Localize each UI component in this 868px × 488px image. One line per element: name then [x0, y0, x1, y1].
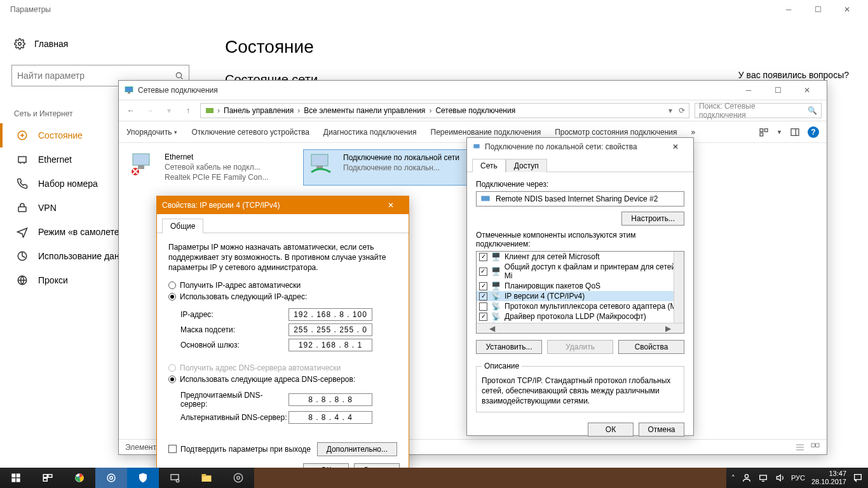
view-options-icon[interactable]	[759, 127, 769, 137]
component-item[interactable]: 🖥️Клиент для сетей Microsoft	[477, 252, 684, 262]
ok-button[interactable]: ОК	[588, 423, 634, 437]
component-item[interactable]: 🖥️Планировщик пакетов QoS	[477, 281, 684, 291]
scrollbar-horizontal[interactable]: ◀ ▶	[477, 323, 684, 333]
gear-icon	[14, 38, 25, 50]
diagnose-button[interactable]: Диагностика подключения	[323, 128, 417, 137]
view-icons-icon[interactable]	[810, 442, 820, 452]
connection-status: Сетевой кабель не подкл...	[165, 162, 268, 172]
radio-static-dns[interactable]: Использовать следующие адреса DNS-сервер…	[168, 375, 397, 384]
view-details-icon[interactable]	[795, 442, 805, 452]
settings-task-button[interactable]	[95, 468, 127, 488]
minimize-button[interactable]: ─	[774, 0, 803, 19]
breadcrumb[interactable]: Панель управления Все элементы панели уп…	[200, 103, 689, 118]
help-icon[interactable]: ?	[808, 126, 819, 138]
tray-up-icon[interactable]: ˄	[731, 474, 735, 482]
tray-network-icon[interactable]	[758, 473, 768, 483]
component-item[interactable]: 📡IP версии 4 (TCP/IPv4)	[477, 291, 684, 301]
gear-task-button[interactable]	[222, 468, 254, 488]
disable-device-button[interactable]: Отключение сетевого устройства	[191, 128, 309, 137]
configure-button[interactable]: Настроить...	[621, 212, 684, 226]
checkbox-icon[interactable]	[479, 292, 487, 301]
tray-clock[interactable]: 13:47 28.10.2017	[811, 470, 846, 485]
subnet-mask-input[interactable]: 255 . 255 . 255 . 0	[288, 323, 372, 336]
tab-access[interactable]: Доступ	[506, 159, 547, 172]
components-list[interactable]: 🖥️Клиент для сетей Microsoft 🖥️Общий дос…	[476, 251, 684, 334]
chrome-button[interactable]	[64, 468, 95, 488]
conn-titlebar[interactable]: Подключение по локальной сети: свойства …	[467, 138, 693, 156]
help-link[interactable]: У вас появились вопросы?	[738, 70, 849, 80]
taskbar: ˄ РУС 13:47 28.10.2017	[0, 468, 868, 488]
close-button[interactable]: ✕	[663, 142, 688, 151]
back-button[interactable]: ←	[124, 104, 138, 118]
organize-button[interactable]: Упорядочить	[126, 128, 177, 137]
crumb[interactable]: Сетевые подключения	[434, 106, 517, 115]
ip-address-input[interactable]: 192 . 168 . 8 . 100	[288, 308, 372, 321]
connection-ethernet[interactable]: Ethernet Сетевой кабель не подкл... Real…	[125, 149, 290, 186]
tray-language[interactable]: РУС	[791, 474, 805, 482]
properties-button[interactable]: Свойства	[618, 340, 684, 354]
close-button[interactable]: ✕	[378, 201, 403, 210]
search-icon: 🔍	[808, 106, 817, 115]
security-task-button[interactable]	[127, 468, 159, 488]
svg-rect-28	[48, 475, 52, 478]
checkbox-icon[interactable]	[479, 302, 487, 311]
search-placeholder: Поиск: Сетевые подключения	[699, 102, 804, 119]
close-button[interactable]: ✕	[792, 81, 822, 100]
search-field[interactable]	[17, 71, 175, 81]
view-status-button[interactable]: Просмотр состояния подключения	[555, 128, 677, 137]
tray-people-icon[interactable]	[742, 473, 752, 483]
refresh-icon[interactable]: ⟳	[679, 106, 685, 115]
tray-notifications-icon[interactable]	[853, 473, 863, 483]
alternate-dns-input[interactable]: 8 . 8 . 4 . 4	[288, 411, 372, 424]
checkbox-icon[interactable]	[479, 253, 487, 261]
explorer-search[interactable]: Поиск: Сетевые подключения 🔍	[695, 103, 822, 118]
checkbox-icon[interactable]	[479, 282, 487, 290]
cancel-button[interactable]: Отмена	[639, 423, 684, 437]
home-nav[interactable]: Главная	[0, 32, 203, 56]
start-button[interactable]	[0, 468, 32, 488]
component-item[interactable]: 📡Драйвер протокола LLDP (Майкрософт)	[477, 311, 684, 322]
ipv4-titlebar[interactable]: Свойства: IP версии 4 (TCP/IPv4) ✕	[157, 196, 409, 214]
install-button[interactable]: Установить...	[476, 340, 542, 354]
dropdown-icon[interactable]: ▾	[668, 106, 672, 115]
close-button[interactable]: ✕	[832, 0, 862, 19]
advanced-button[interactable]: Дополнительно...	[317, 442, 397, 456]
recent-button[interactable]: ▾	[162, 104, 176, 118]
scroll-right-icon[interactable]: ▶	[663, 324, 674, 333]
crumb[interactable]: Панель управления	[222, 106, 295, 115]
radio-label: Получить IP-адрес автоматически	[180, 281, 301, 290]
component-item[interactable]: 🖥️Общий доступ к файлам и принтерам для …	[477, 262, 684, 281]
taskview-button[interactable]	[32, 468, 64, 488]
network-settings-task-button[interactable]	[159, 468, 191, 488]
validate-checkbox[interactable]: Подтвердить параметры при выходе	[168, 445, 311, 454]
preview-pane-icon[interactable]	[790, 127, 800, 137]
connection-local[interactable]: Подключение по локальной сети Подключени…	[303, 149, 468, 186]
explorer-task-button[interactable]	[191, 468, 222, 488]
scrollbar-vertical[interactable]	[674, 252, 684, 323]
svg-rect-20	[816, 444, 819, 447]
tray-volume-icon[interactable]	[775, 473, 785, 483]
forward-button[interactable]: →	[143, 104, 157, 118]
maximize-button[interactable]: ☐	[763, 81, 792, 100]
tab-general[interactable]: Общие	[162, 219, 203, 233]
preferred-dns-input[interactable]: 8 . 8 . 8 . 8	[288, 393, 372, 406]
component-item[interactable]: 📡Протокол мультиплексора сетевого адапте…	[477, 301, 684, 311]
up-button[interactable]: ↑	[181, 104, 195, 118]
overflow-button[interactable]: »	[691, 128, 696, 137]
vpn-icon	[17, 202, 28, 214]
checkbox-icon[interactable]	[479, 268, 487, 276]
minimize-button[interactable]: ─	[734, 81, 763, 100]
crumb[interactable]: Все элементы панели управления	[302, 106, 426, 115]
gateway-input[interactable]: 192 . 168 . 8 . 1	[288, 339, 372, 351]
rename-button[interactable]: Переименование подключения	[431, 128, 541, 137]
search-icon	[175, 71, 184, 80]
chevron-down-icon[interactable]: ▼	[776, 129, 782, 135]
radio-static-ip[interactable]: Использовать следующий IP-адрес:	[168, 292, 397, 301]
radio-auto-ip[interactable]: Получить IP-адрес автоматически	[168, 281, 397, 290]
protocol-icon: 📡	[491, 302, 501, 311]
maximize-button[interactable]: ☐	[803, 0, 832, 19]
tray-date: 28.10.2017	[811, 478, 846, 486]
scroll-left-icon[interactable]: ◀	[487, 324, 498, 333]
tab-network[interactable]: Сеть	[472, 159, 506, 172]
checkbox-icon[interactable]	[479, 313, 487, 321]
